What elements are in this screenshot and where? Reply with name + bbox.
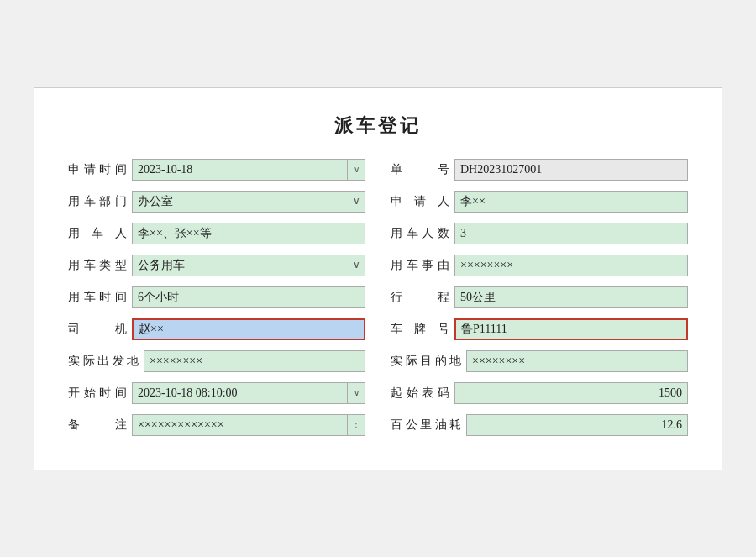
car-reason-input[interactable] bbox=[454, 255, 688, 276]
car-time-input[interactable] bbox=[132, 286, 365, 308]
car-type-select[interactable]: 公务用车 bbox=[132, 255, 365, 276]
form-container: 派车登记 申请时间 ∨ 单 号 用车部门 办公室 ∨ bbox=[34, 87, 722, 470]
application-time-picker-btn[interactable]: ∨ bbox=[347, 159, 365, 181]
application-time-row: 申请时间 ∨ bbox=[68, 159, 365, 181]
car-reason-label: 用车事由 bbox=[391, 258, 449, 273]
department-row: 用车部门 办公室 ∨ bbox=[68, 191, 365, 213]
start-time-row: 开始时间 ∨ bbox=[68, 382, 365, 404]
odometer-start-label: 起始表码 bbox=[391, 386, 449, 401]
applicant-input[interactable] bbox=[454, 191, 688, 213]
order-number-input bbox=[454, 159, 688, 181]
application-time-label: 申请时间 bbox=[68, 162, 127, 177]
fuel-input[interactable] bbox=[466, 414, 688, 436]
applicant-row: 申 请 人 bbox=[391, 191, 688, 213]
application-time-input[interactable] bbox=[132, 159, 347, 181]
plate-label: 车 牌 号 bbox=[391, 322, 449, 337]
remarks-row: 备 注 : bbox=[68, 414, 365, 436]
start-time-wrapper: ∨ bbox=[132, 382, 365, 404]
plate-input[interactable] bbox=[454, 318, 688, 340]
car-time-row: 用车时间 bbox=[68, 286, 365, 308]
start-time-input[interactable] bbox=[132, 382, 347, 404]
remarks-expand-btn[interactable]: : bbox=[347, 414, 365, 436]
form-grid: 申请时间 ∨ 单 号 用车部门 办公室 ∨ 申 请 人 bbox=[68, 159, 688, 436]
car-type-label: 用车类型 bbox=[68, 258, 127, 273]
department-select[interactable]: 办公室 bbox=[132, 191, 365, 213]
destination-label: 实际目的地 bbox=[391, 354, 461, 369]
page-title: 派车登记 bbox=[68, 113, 688, 139]
car-time-label: 用车时间 bbox=[68, 290, 127, 305]
car-reason-row: 用车事由 bbox=[391, 255, 688, 276]
odometer-start-row: 起始表码 bbox=[391, 382, 688, 404]
fuel-label: 百公里油耗 bbox=[391, 418, 461, 433]
user-input[interactable] bbox=[132, 223, 365, 244]
user-count-label: 用车人数 bbox=[391, 226, 449, 241]
order-number-row: 单 号 bbox=[391, 159, 688, 181]
fuel-row: 百公里油耗 bbox=[391, 414, 688, 436]
remarks-input[interactable] bbox=[132, 414, 347, 436]
user-row: 用 车 人 bbox=[68, 223, 365, 244]
user-label: 用 车 人 bbox=[68, 226, 127, 241]
chevron-down-icon: ∨ bbox=[354, 165, 360, 174]
department-label: 用车部门 bbox=[68, 194, 127, 209]
car-type-select-wrapper: 公务用车 ∨ bbox=[132, 255, 365, 276]
department-select-wrapper: 办公室 ∨ bbox=[132, 191, 365, 213]
driver-row: 司 机 bbox=[68, 318, 365, 340]
odometer-start-input[interactable] bbox=[454, 382, 688, 404]
mileage-label: 行 程 bbox=[391, 290, 449, 305]
destination-row: 实际目的地 bbox=[391, 350, 688, 372]
application-time-wrapper: ∨ bbox=[132, 159, 365, 181]
plate-row: 车 牌 号 bbox=[391, 318, 688, 340]
remarks-label: 备 注 bbox=[68, 418, 127, 433]
start-time-picker-btn[interactable]: ∨ bbox=[347, 382, 365, 404]
chevron-down-icon: : bbox=[355, 420, 358, 429]
departure-input[interactable] bbox=[144, 350, 365, 372]
chevron-down-icon: ∨ bbox=[354, 388, 360, 397]
driver-label: 司 机 bbox=[68, 322, 127, 337]
user-count-row: 用车人数 bbox=[391, 223, 688, 244]
remarks-wrapper: : bbox=[132, 414, 365, 436]
departure-row: 实际出发地 bbox=[68, 350, 365, 372]
mileage-input[interactable] bbox=[454, 286, 688, 308]
car-type-row: 用车类型 公务用车 ∨ bbox=[68, 255, 365, 276]
applicant-label: 申 请 人 bbox=[391, 194, 449, 209]
start-time-label: 开始时间 bbox=[68, 386, 127, 401]
driver-input[interactable] bbox=[132, 318, 365, 340]
order-number-label: 单 号 bbox=[391, 162, 449, 177]
destination-input[interactable] bbox=[466, 350, 688, 372]
departure-label: 实际出发地 bbox=[68, 354, 139, 369]
user-count-input[interactable] bbox=[454, 223, 688, 244]
mileage-row: 行 程 bbox=[391, 286, 688, 308]
